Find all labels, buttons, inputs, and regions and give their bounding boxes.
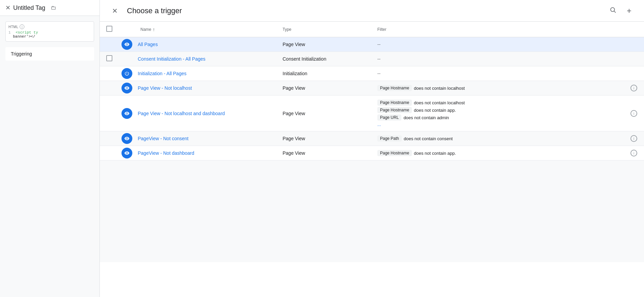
triggering-section: Triggering <box>5 47 94 61</box>
dialog-title: Choose a trigger <box>127 6 606 15</box>
choose-trigger-dialog: ✕ Choose a trigger + <box>100 0 644 297</box>
table-row: Consent Initialization - All Pages Conse… <box>100 52 644 66</box>
filter-condition: does not contain consent <box>404 136 453 141</box>
triggers-table: Name ↑ Type Filter <box>100 22 644 161</box>
row-type-cell: Page View <box>277 37 372 52</box>
table-row: PageView - Not consent Page View Page Pa… <box>100 131 644 146</box>
trigger-type-text: Page View <box>283 42 305 47</box>
folder-icon[interactable]: 🗀 <box>51 5 56 11</box>
filter-row-1: Page Hostname does not contain localhost <box>377 100 620 106</box>
dialog-header: ✕ Choose a trigger + <box>100 0 644 22</box>
trigger-name-link[interactable]: Consent Initialization - All Pages <box>138 56 205 62</box>
filter-dash: -- <box>377 42 380 47</box>
trigger-name-link[interactable]: PageView - Not consent <box>138 136 188 141</box>
filter-more-link[interactable]: ... <box>377 122 381 127</box>
bg-tag-title: Untitled Tag <box>13 4 45 12</box>
row-filter-cell: -- <box>372 37 625 52</box>
row-icon-cell <box>119 52 135 66</box>
plus-icon: + <box>627 7 631 15</box>
info-icon[interactable]: i <box>630 135 637 142</box>
html-info-icon: i <box>20 24 24 29</box>
trigger-name-link[interactable]: PageView - Not dashboard <box>138 150 194 156</box>
filter-dash: -- <box>377 71 380 76</box>
sort-arrow-icon[interactable]: ↑ <box>153 27 155 32</box>
trigger-type-text: Page View <box>283 85 305 91</box>
filter-cell: Page Hostname does not contain app. <box>377 150 620 156</box>
power-icon <box>121 68 132 79</box>
type-col-label: Type <box>283 27 291 32</box>
trigger-type-text: Initialization <box>283 71 307 76</box>
filter-row: Page Path does not contain consent <box>377 135 620 142</box>
row-checkbox-cell <box>100 131 119 146</box>
info-icon[interactable]: i <box>630 110 637 117</box>
filter-tag: Page Hostname <box>377 150 412 156</box>
row-icon-cell <box>119 66 135 81</box>
eye-icon <box>121 148 132 158</box>
row-filter-cell: Page Hostname does not contain localhost… <box>372 96 625 131</box>
filter-dash: -- <box>377 56 380 62</box>
search-button[interactable] <box>606 4 620 18</box>
filter-tag: Page URL <box>377 114 401 121</box>
trigger-name-link[interactable]: Initialization - All Pages <box>138 71 186 76</box>
row-name-cell: PageView - Not dashboard <box>135 146 277 161</box>
trigger-type-text: Consent Initialization <box>283 56 326 62</box>
bg-close-icon[interactable]: ✕ <box>5 4 10 12</box>
row-info-cell: i <box>625 96 644 131</box>
row-checkbox-cell <box>100 66 119 81</box>
trigger-name-link[interactable]: Page View - Not localhost and dashboard <box>138 111 225 116</box>
table-row: Initialization - All Pages Initializatio… <box>100 66 644 81</box>
row-name-cell: Page View - Not localhost <box>135 81 277 96</box>
row-icon-cell <box>119 37 135 52</box>
filter-cell: Page Hostname does not contain localhost <box>377 85 620 91</box>
row-name-cell: All Pages <box>135 37 277 52</box>
svg-point-0 <box>610 7 615 12</box>
row-checkbox-cell <box>100 96 119 131</box>
row-checkbox-cell <box>100 37 119 52</box>
row-name-cell: Consent Initialization - All Pages <box>135 52 277 66</box>
filter-condition: does not contain admin <box>403 115 449 120</box>
row-type-cell: Page View <box>277 96 372 131</box>
table-row: Page View - Not localhost Page View Page… <box>100 81 644 96</box>
trigger-type-text: Page View <box>283 111 305 116</box>
trigger-name-link[interactable]: Page View - Not localhost <box>138 85 192 91</box>
row-type-cell: Consent Initialization <box>277 52 372 66</box>
type-col-header: Type <box>277 22 372 37</box>
eye-icon <box>121 83 132 93</box>
info-icon[interactable]: i <box>630 150 637 156</box>
code-line-2: banner'></ <box>8 35 91 39</box>
filter-condition: does not contain app. <box>414 151 456 156</box>
row-name-cell: PageView - Not consent <box>135 131 277 146</box>
row-checkbox[interactable] <box>106 55 112 61</box>
trigger-type-text: Page View <box>283 136 305 141</box>
row-info-cell: i <box>625 146 644 161</box>
filter-tag: Page Path <box>377 135 402 142</box>
bg-header: ✕ Untitled Tag 🗀 <box>0 0 99 16</box>
filter-col-header: Filter <box>372 22 625 37</box>
row-info-cell <box>625 52 644 66</box>
dialog-header-actions: + <box>606 4 636 18</box>
svg-line-1 <box>614 11 616 13</box>
select-all-checkbox[interactable] <box>106 26 112 32</box>
add-trigger-button[interactable]: + <box>622 4 636 18</box>
filter-more-row: ... <box>377 122 620 127</box>
row-info-cell <box>625 66 644 81</box>
trigger-name-link[interactable]: All Pages <box>138 42 158 47</box>
filter-row-3: Page URL does not contain admin <box>377 114 620 121</box>
filter-condition: does not contain localhost <box>414 86 465 91</box>
triggering-label: Triggering <box>11 51 32 57</box>
row-info-cell: i <box>625 81 644 96</box>
row-checkbox-cell <box>100 52 119 66</box>
row-type-cell: Page View <box>277 146 372 161</box>
background-panel: ✕ Untitled Tag 🗀 HTML i 1 <script ty ban… <box>0 0 100 297</box>
info-icon[interactable]: i <box>630 85 637 91</box>
icon-col-header <box>119 22 135 37</box>
dialog-close-button[interactable]: ✕ <box>108 4 121 18</box>
eye-icon <box>121 39 132 50</box>
search-icon <box>609 6 616 15</box>
actions-col-header <box>625 22 644 37</box>
row-icon-cell <box>119 81 135 96</box>
row-icon-cell <box>119 131 135 146</box>
row-checkbox-cell <box>100 146 119 161</box>
triggers-table-container: Name ↑ Type Filter <box>100 22 644 297</box>
row-info-cell: i <box>625 131 644 146</box>
